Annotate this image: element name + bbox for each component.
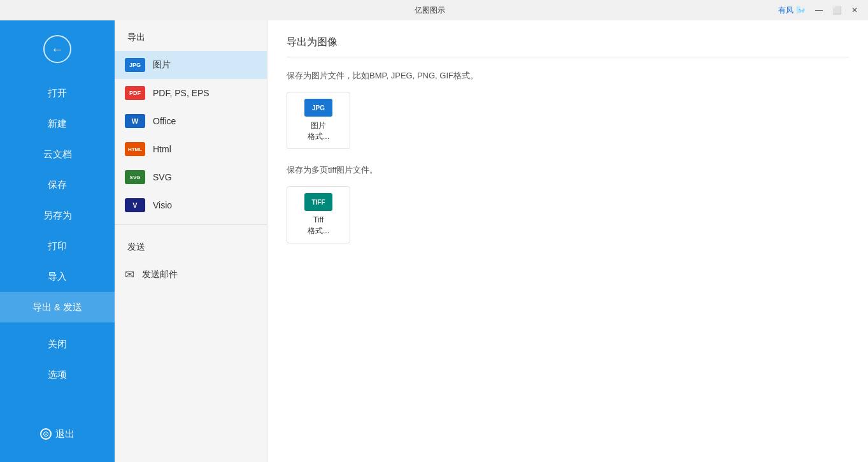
- export-item-html[interactable]: HTML Html: [115, 135, 267, 163]
- titlebar-right-area: 有风 🌬️ — ⬜ ✕: [778, 2, 863, 18]
- minimize-button[interactable]: —: [811, 2, 827, 18]
- exit-icon: ⊝: [40, 428, 52, 440]
- tiff-desc: 保存为多页tiff图片文件。: [287, 164, 849, 176]
- weather-label: 有风: [778, 5, 793, 16]
- weather-icon: 🌬️: [796, 6, 806, 15]
- export-item-pdf[interactable]: PDF PDF, PS, EPS: [115, 79, 267, 107]
- sidebar-item-cloud[interactable]: 云文档: [0, 139, 115, 170]
- export-item-visio[interactable]: V Visio: [115, 191, 267, 219]
- sidebar-item-save[interactable]: 保存: [0, 170, 115, 200]
- weather-area: 有风 🌬️: [778, 5, 806, 16]
- export-item-image[interactable]: JPG 图片: [115, 51, 267, 79]
- sidebar-item-open[interactable]: 打开: [0, 78, 115, 108]
- divider: [115, 224, 267, 225]
- back-button[interactable]: ←: [41, 33, 73, 65]
- sidebar-item-export[interactable]: 导出 & 发送: [0, 292, 115, 322]
- content-panel: 导出为图像 保存为图片文件，比如BMP, JPEG, PNG, GIF格式。 J…: [267, 20, 868, 462]
- send-section-header: 发送: [115, 230, 267, 261]
- send-item-email[interactable]: ✉ 发送邮件: [115, 261, 267, 289]
- html-badge: HTML: [125, 142, 145, 156]
- jpg-badge: JPG: [125, 58, 145, 72]
- sidebar-item-print[interactable]: 打印: [0, 231, 115, 261]
- card-tiff-badge: TIFF: [304, 193, 332, 211]
- office-badge: W: [125, 114, 145, 128]
- visio-badge: V: [125, 198, 145, 212]
- titlebar-title: 亿图图示: [82, 5, 778, 16]
- card-jpg-badge: JPG: [304, 99, 332, 117]
- back-circle-icon: ←: [43, 35, 71, 63]
- export-section-header: 导出: [115, 20, 267, 51]
- sidebar: ← 打开 新建 云文档 保存 另存为 打印 导入 导出 & 发送 关闭: [0, 20, 115, 462]
- mid-panel: 导出 JPG 图片 PDF PDF, PS, EPS W Office HTML…: [115, 20, 267, 462]
- titlebar: 亿图图示 有风 🌬️ — ⬜ ✕: [0, 0, 868, 20]
- sidebar-item-close[interactable]: 关闭: [0, 329, 115, 359]
- sidebar-item-new[interactable]: 新建: [0, 108, 115, 139]
- svg-badge: SVG: [125, 170, 145, 184]
- app-body: ← 打开 新建 云文档 保存 另存为 打印 导入 导出 & 发送 关闭: [0, 20, 868, 462]
- sidebar-item-saveas[interactable]: 另存为: [0, 200, 115, 231]
- export-item-svg[interactable]: SVG SVG: [115, 163, 267, 191]
- image-format-cards: JPG 图片格式...: [287, 92, 849, 149]
- card-jpg-label: 图片格式...: [308, 120, 329, 142]
- content-title: 导出为图像: [287, 36, 849, 57]
- tiff-format-cards: TIFF Tiff格式...: [287, 186, 849, 243]
- card-tiff-label: Tiff格式...: [308, 215, 329, 236]
- email-icon: ✉: [125, 268, 134, 282]
- image-desc: 保存为图片文件，比如BMP, JPEG, PNG, GIF格式。: [287, 70, 849, 82]
- sidebar-item-options[interactable]: 选项: [0, 359, 115, 390]
- titlebar-controls: — ⬜ ✕: [811, 2, 863, 18]
- export-item-office[interactable]: W Office: [115, 107, 267, 135]
- jpg-format-card[interactable]: JPG 图片格式...: [287, 92, 350, 149]
- restore-button[interactable]: ⬜: [829, 2, 845, 18]
- sidebar-item-import[interactable]: 导入: [0, 261, 115, 292]
- pdf-badge: PDF: [125, 86, 145, 100]
- sidebar-item-exit[interactable]: ⊝ 退出: [0, 419, 115, 449]
- tiff-format-card[interactable]: TIFF Tiff格式...: [287, 186, 350, 243]
- close-button[interactable]: ✕: [846, 2, 863, 18]
